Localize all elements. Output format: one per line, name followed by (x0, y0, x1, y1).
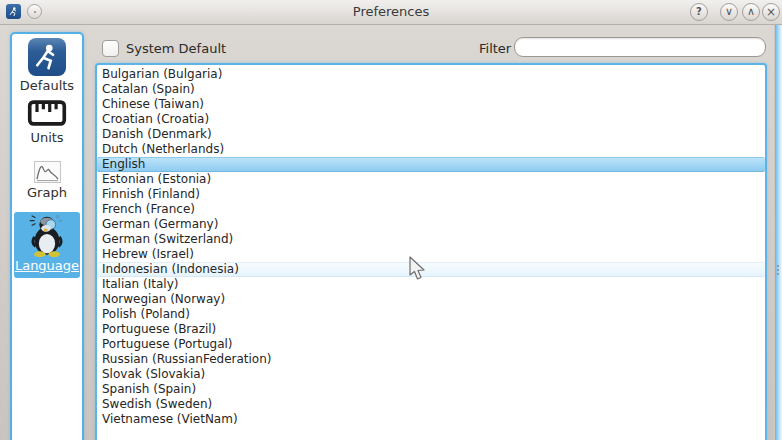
diver-icon (28, 38, 66, 76)
language-list-item[interactable]: Hebrew (Israel) (97, 247, 765, 262)
ruler-icon (27, 98, 67, 128)
system-default-label: System Default (126, 41, 226, 56)
language-list-item[interactable]: Slovak (Slovakia) (97, 367, 765, 382)
language-list-item[interactable]: Polish (Poland) (97, 307, 765, 322)
language-list-item[interactable]: Indonesian (Indonesia) (97, 262, 765, 277)
help-button[interactable]: ? (690, 3, 708, 21)
language-list-item[interactable]: German (Germany) (97, 217, 765, 232)
language-list-item[interactable]: Chinese (Taiwan) (97, 97, 765, 112)
language-label: Croatian (Croatia) (102, 112, 209, 126)
preferences-window: Preferences ? ∨ ∧ × Defaults Units (0, 0, 782, 440)
language-list-item[interactable]: French (France) (97, 202, 765, 217)
sidebar-label-defaults: Defaults (12, 78, 82, 93)
language-label: Hebrew (Israel) (102, 247, 194, 261)
language-label: Danish (Denmark) (102, 127, 212, 141)
language-label: Italian (Italy) (102, 277, 178, 291)
window-title: Preferences (0, 4, 782, 19)
filter-input[interactable] (514, 37, 766, 57)
minimize-button[interactable]: ∨ (720, 3, 738, 21)
language-label: Swedish (Sweden) (102, 397, 212, 411)
profile-graph-icon (34, 161, 61, 183)
language-list-item[interactable]: Portuguese (Portugal) (97, 337, 765, 352)
language-list-item[interactable]: Dutch (Netherlands) (97, 142, 765, 157)
maximize-button[interactable]: ∧ (742, 3, 760, 21)
language-list-item[interactable]: German (Switzerland) (97, 232, 765, 247)
sidebar-item-defaults[interactable]: Defaults (12, 38, 82, 93)
language-label: German (Germany) (102, 217, 218, 231)
language-label: Dutch (Netherlands) (102, 142, 224, 156)
language-label: English (102, 157, 145, 171)
language-rows: Bulgarian (Bulgaria) Catalan (Spain) Chi… (97, 67, 765, 427)
sidebar-label-language: Language (14, 258, 80, 273)
language-label: Finnish (Finland) (102, 187, 200, 201)
language-list-item[interactable]: Italian (Italy) (97, 277, 765, 292)
language-label: Slovak (Slovakia) (102, 367, 205, 381)
language-list-item[interactable]: English (97, 157, 765, 172)
language-label: French (France) (102, 202, 195, 216)
language-list-item[interactable]: Norwegian (Norway) (97, 292, 765, 307)
language-label: Bulgarian (Bulgaria) (102, 67, 222, 81)
language-list-item[interactable]: Danish (Denmark) (97, 127, 765, 142)
language-label: Catalan (Spain) (102, 82, 195, 96)
window-edge-panel (774, 25, 782, 440)
language-label: Portuguese (Portugal) (102, 337, 233, 351)
filter-label: Filter (479, 41, 511, 56)
sidebar-label-units: Units (12, 130, 82, 145)
language-list-item[interactable]: Swedish (Sweden) (97, 397, 765, 412)
language-label: Polish (Poland) (102, 307, 190, 321)
sidebar-item-language[interactable]: Language (14, 212, 80, 278)
language-label: Chinese (Taiwan) (102, 97, 204, 111)
language-list-item[interactable]: Bulgarian (Bulgaria) (97, 67, 765, 82)
language-list-item[interactable]: Spanish (Spain) (97, 382, 765, 397)
titlebar[interactable]: Preferences ? ∨ ∧ × (0, 0, 782, 25)
language-list-item[interactable]: Russian (RussianFederation) (97, 352, 765, 367)
sidebar: Defaults Units Graph (10, 32, 84, 440)
language-label: Vietnamese (VietNam) (102, 412, 238, 426)
sidebar-item-units[interactable]: Units (12, 98, 82, 145)
language-label: Indonesian (Indonesia) (102, 262, 239, 276)
language-list-item[interactable]: Estonian (Estonia) (97, 172, 765, 187)
language-list-item[interactable]: Finnish (Finland) (97, 187, 765, 202)
language-list-item[interactable]: Portuguese (Brazil) (97, 322, 765, 337)
language-label: Norwegian (Norway) (102, 292, 225, 306)
language-list-item[interactable]: Croatian (Croatia) (97, 112, 765, 127)
language-label: Estonian (Estonia) (102, 172, 211, 186)
system-default-checkbox[interactable] (102, 40, 119, 57)
language-label: German (Switzerland) (102, 232, 233, 246)
language-label: Russian (RussianFederation) (102, 352, 271, 366)
tux-penguin-icon (24, 212, 70, 258)
sidebar-item-graph[interactable]: Graph (12, 161, 82, 200)
language-list-item[interactable]: Catalan (Spain) (97, 82, 765, 97)
language-label: Spanish (Spain) (102, 382, 196, 396)
language-list-item[interactable]: Vietnamese (VietNam) (97, 412, 765, 427)
splitter-dots-icon (777, 263, 779, 277)
close-button[interactable]: × (762, 3, 780, 21)
language-list[interactable]: Bulgarian (Bulgaria) Catalan (Spain) Chi… (95, 63, 767, 440)
sidebar-label-graph: Graph (12, 185, 82, 200)
language-label: Portuguese (Brazil) (102, 322, 216, 336)
